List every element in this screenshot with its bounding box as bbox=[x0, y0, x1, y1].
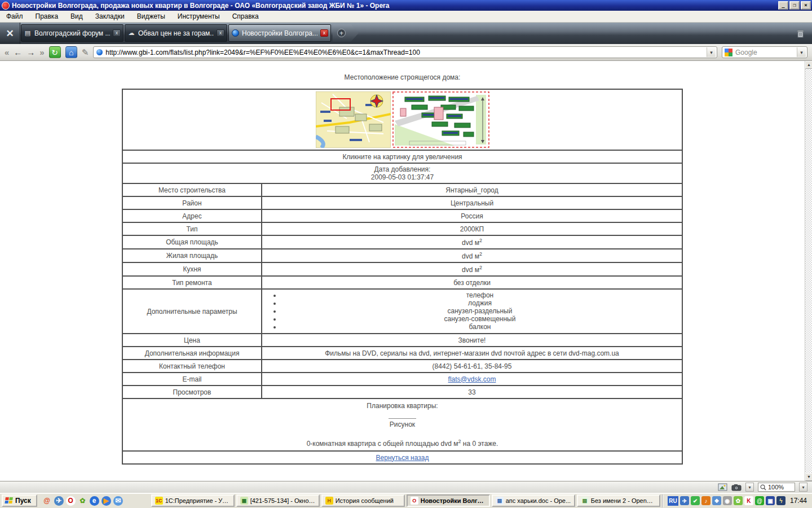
email-link[interactable]: flats@vdsk.com bbox=[448, 375, 496, 383]
tray-kaspersky-icon[interactable]: K bbox=[744, 496, 753, 505]
tray-mailru-agent-icon[interactable]: @ bbox=[755, 496, 764, 505]
tray-power-icon[interactable]: ϟ bbox=[776, 496, 785, 505]
row-value: Фильмы на DVD, сериалы на dvd, интернет-… bbox=[262, 347, 682, 360]
start-button[interactable]: Пуск bbox=[2, 494, 37, 507]
tab-close-icon[interactable]: x bbox=[320, 29, 328, 37]
tab-forum[interactable]: ▤ Волгоградский форум ... x bbox=[21, 24, 123, 42]
home-icon: ⌂ bbox=[69, 48, 73, 57]
apartment-summary: 0-комнатная квартира с общей площадью dv… bbox=[126, 439, 678, 448]
search-field[interactable]: Google ▾ bbox=[722, 46, 807, 58]
1c-icon: 1С bbox=[155, 497, 163, 505]
page-title: Местоположение строящегося дома: bbox=[0, 73, 805, 81]
address-bar[interactable]: http://www.gbi-1.com/flats/list.php?link… bbox=[93, 46, 717, 58]
plan-heading: Планировка квартиры: bbox=[126, 402, 678, 410]
internet-explorer-icon[interactable]: e bbox=[90, 496, 99, 506]
row-label: Жилая площадь bbox=[122, 249, 262, 262]
menu-view[interactable]: Вид bbox=[64, 11, 89, 21]
tab-close-icon[interactable]: x bbox=[217, 29, 224, 37]
click-hint: Кликните на картинку для увеличения bbox=[122, 150, 682, 163]
restore-button[interactable]: ❐ bbox=[789, 1, 800, 10]
vertical-scrollbar[interactable]: ▲ ▼ bbox=[805, 61, 812, 481]
row-value: без отделки bbox=[262, 276, 682, 289]
camera-dropdown-button[interactable]: ▾ bbox=[745, 483, 754, 492]
back-button[interactable]: ← bbox=[14, 48, 22, 56]
address-dropdown-button[interactable]: ▾ bbox=[707, 47, 716, 57]
window-title: Новостройки Волгограда, продажа новых кв… bbox=[12, 2, 777, 10]
media-player-icon[interactable]: ▶ bbox=[102, 496, 111, 506]
language-indicator[interactable]: RU bbox=[668, 496, 678, 506]
closed-tabs-trash-button[interactable] bbox=[788, 23, 812, 44]
row-value: телефонлоджиясанузел-раздельныйсанузел-с… bbox=[262, 289, 682, 334]
close-button[interactable]: × bbox=[801, 1, 811, 10]
icq-icon[interactable]: ✿ bbox=[78, 496, 87, 506]
thunderbird-icon[interactable]: ✈ bbox=[54, 496, 64, 506]
city-map-image[interactable] bbox=[316, 91, 391, 148]
listing-row: Контактный телефон(8442) 54-61-61, 35-84… bbox=[122, 360, 682, 373]
compose-icon[interactable]: ✎ bbox=[82, 47, 89, 58]
plan-figure-placeholder[interactable]: Рисунок bbox=[389, 418, 416, 428]
menu-bookmarks[interactable]: Закладки bbox=[89, 11, 131, 21]
plan-section: Планировка квартиры: Рисунок 0-комнатная… bbox=[122, 398, 682, 451]
zoom-level: 100% bbox=[768, 484, 784, 491]
row-value: Россия bbox=[262, 209, 682, 222]
tray-antivirus-check-icon[interactable]: ✔ bbox=[691, 496, 700, 505]
taskbar-button[interactable]: HИстория сообщений bbox=[321, 494, 405, 507]
menu-edit[interactable]: Правка bbox=[29, 11, 65, 21]
site-globe-icon bbox=[96, 49, 103, 55]
taskbar-button[interactable]: ▤апс харьки.doc - Ope... bbox=[492, 494, 575, 507]
site-plan-image[interactable] bbox=[392, 91, 489, 148]
tab-novostroyki-active[interactable]: Новостройки Волгогра... x bbox=[228, 24, 331, 42]
tab-close-icon[interactable]: x bbox=[113, 29, 121, 37]
row-value[interactable]: flats@vdsk.com bbox=[262, 373, 682, 386]
menu-help[interactable]: Справка bbox=[226, 11, 265, 21]
navigation-toolbar: « ← → » ↻ ⌂ ✎ http://www.gbi-1.com/flats… bbox=[0, 44, 812, 61]
tray-thunderbird-icon[interactable]: ✈ bbox=[680, 496, 689, 505]
new-tab-button[interactable]: + bbox=[333, 24, 359, 42]
scroll-up-button[interactable]: ▲ bbox=[805, 61, 812, 69]
home-button[interactable]: ⌂ bbox=[65, 46, 77, 58]
search-engine-dropdown-button[interactable]: ▾ bbox=[797, 47, 806, 57]
menu-tools[interactable]: Инструменты bbox=[171, 11, 226, 21]
tray-display-icon[interactable]: ▣ bbox=[766, 496, 775, 505]
menu-file[interactable]: Файл bbox=[0, 11, 29, 21]
mail-icon[interactable]: @ bbox=[42, 496, 52, 506]
tray-audio-device-icon[interactable]: ◉ bbox=[723, 496, 732, 505]
rewind-button[interactable]: « bbox=[5, 48, 9, 56]
reload-button[interactable]: ↻ bbox=[49, 46, 61, 58]
back-link[interactable]: Вернуться назад bbox=[376, 454, 429, 462]
row-value: Звоните! bbox=[262, 334, 682, 347]
row-label: Дополнительные параметры bbox=[122, 289, 262, 334]
url-text[interactable]: http://www.gbi-1.com/flats/list.php?link… bbox=[105, 49, 704, 56]
opera-globe-favicon bbox=[232, 29, 239, 37]
taskbar-button[interactable]: OНовостройки Волго... bbox=[407, 494, 490, 507]
row-value: Янтарный_город bbox=[262, 183, 682, 196]
menu-widgets[interactable]: Виджеты bbox=[131, 11, 171, 21]
taskbar-button[interactable]: ▤Без имени 2 - OpenOff... bbox=[577, 494, 660, 507]
row-value: dvd м2 bbox=[262, 235, 682, 249]
scroll-down-button[interactable]: ▼ bbox=[805, 473, 812, 481]
outlook-express-icon[interactable]: ✉ bbox=[113, 496, 123, 506]
panels-toggle-button[interactable]: ✕ bbox=[0, 23, 20, 44]
forward-button[interactable]: → bbox=[27, 48, 35, 56]
images-toggle-icon[interactable] bbox=[718, 483, 727, 491]
task-buttons-area: 1С1С:Предприятие - Уп...▦[421-575-134] -… bbox=[151, 494, 660, 507]
listing-row: Дополнительные параметрытелефонлоджиясан… bbox=[122, 289, 682, 334]
minimize-button[interactable]: _ bbox=[778, 1, 788, 10]
taskbar-button[interactable]: ▦[421-575-134] - Окно ... bbox=[236, 494, 320, 507]
taskbar-button-label: 1С:Предприятие - Уп... bbox=[165, 497, 231, 504]
zoom-control[interactable]: 100% bbox=[758, 483, 795, 492]
zoom-dropdown-button[interactable]: ▾ bbox=[799, 483, 807, 492]
tab-obval-cen[interactable]: ☁ Обвал цен не за горам... x bbox=[125, 24, 227, 42]
camera-icon[interactable] bbox=[731, 484, 742, 491]
date-added-value: 2009-05-03 01:37:47 bbox=[126, 173, 678, 181]
tray-icq-flower-icon[interactable]: ✿ bbox=[734, 496, 743, 505]
opera-icon[interactable]: O bbox=[66, 496, 76, 506]
tray-network-users-icon[interactable]: ❖ bbox=[712, 496, 721, 505]
fast-forward-button[interactable]: » bbox=[39, 48, 44, 56]
taskbar-clock[interactable]: 17:44 bbox=[787, 497, 807, 505]
row-label: Адрес bbox=[122, 209, 262, 222]
param-item: балкон bbox=[281, 323, 678, 331]
tray-volume-icon[interactable]: ♪ bbox=[701, 496, 710, 505]
taskbar-button[interactable]: 1С1С:Предприятие - Уп... bbox=[151, 494, 235, 507]
row-value: (8442) 54-61-61, 35-84-95 bbox=[262, 360, 682, 373]
